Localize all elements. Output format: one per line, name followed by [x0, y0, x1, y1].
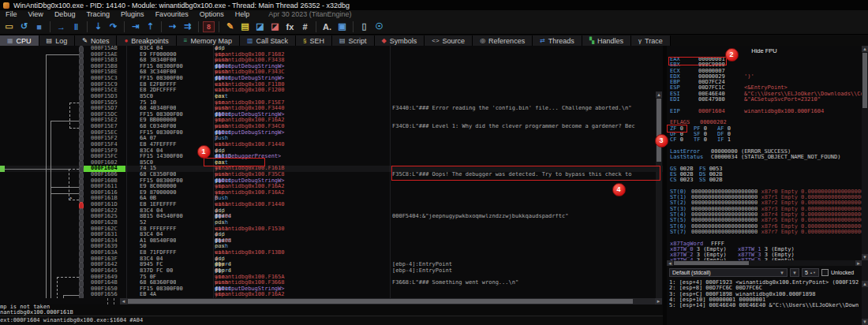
execute-till-return-icon[interactable]: ⇥ — [129, 21, 142, 33]
register-line[interactable]: x87TagWordFFFF — [667, 241, 862, 247]
disasm-row[interactable]: 000F15B368 38340F00push winantidbg0x100.… — [0, 58, 663, 64]
address-cell[interactable]: 000F15BE — [84, 69, 125, 76]
scroll-right-button[interactable]: ► — [655, 298, 662, 304]
address-cell[interactable]: 000F1604 — [84, 166, 125, 172]
tab-threads[interactable]: ⇄Threads — [533, 35, 582, 46]
register-line[interactable]: OF 0SF 0DF 0 — [667, 132, 862, 137]
instruction-cell[interactable]: call dword ptr ds:[<&OutputDebugStringW>… — [215, 178, 388, 185]
address-cell[interactable]: 000F15EC — [84, 130, 125, 136]
disasm-row[interactable]: 000F15D768 40340F00push winantidbg0x100.… — [0, 106, 663, 112]
menu-view[interactable]: View — [23, 10, 49, 19]
hash-icon[interactable]: # — [298, 21, 312, 33]
menu-tracing[interactable]: Tracing — [80, 10, 115, 19]
register-line[interactable]: EBP00D7FC24 — [667, 80, 862, 85]
disasm-horizontal-scrollbar[interactable]: ◄ ► — [0, 298, 663, 304]
disasm-row[interactable]: 000F163950push eax — [0, 244, 663, 250]
disasm-row[interactable]: 000F15C9E8 E2FBFFFFcall winantidbg0x100.… — [0, 82, 663, 88]
address-cell[interactable]: 000F15D5 — [84, 100, 125, 106]
disasm-row[interactable]: 000F15AEE9 FF000000jmp winantidbg0x100.F… — [0, 52, 663, 58]
instruction-cell[interactable]: add esp,4 — [215, 46, 388, 52]
instruction-cell[interactable]: call winantidbg0x100.F1530 — [215, 226, 388, 233]
step-out-icon[interactable]: ⇡ — [144, 21, 157, 33]
disasm-row[interactable]: ▸000F161B6A 0Bpush B — [0, 196, 663, 202]
calculator-icon[interactable]: ▯ — [357, 21, 371, 33]
address-cell[interactable]: 000F1650 — [84, 286, 125, 293]
disasm-row[interactable]: 000F162B52push edx — [0, 220, 663, 226]
address-cell[interactable]: 000F160B — [84, 178, 125, 185]
tab-log[interactable]: ▤Log — [39, 35, 76, 46]
address-cell[interactable]: 000F1602 — [84, 160, 125, 166]
address-cell[interactable]: 000F15AE — [84, 52, 125, 58]
menu-options[interactable]: Options — [194, 10, 230, 19]
instruction-cell[interactable]: add esp,4 — [215, 208, 388, 215]
scroll-thumb[interactable] — [128, 299, 633, 304]
address-cell[interactable]: 000F163A — [84, 250, 125, 256]
menu-debug[interactable]: Debug — [49, 10, 81, 19]
disasm-row[interactable]: 000F162283C4 04add esp,4 — [0, 208, 663, 215]
tab-notes[interactable]: ✎Notes — [75, 35, 117, 46]
address-cell[interactable]: 000F1634 — [84, 238, 125, 245]
address-cell[interactable]: 000F15AB — [84, 46, 125, 52]
instruction-cell[interactable]: push winantidbg0x100.F35C8 — [215, 172, 388, 178]
register-line[interactable]: LastStatusC0000034 (STATUS_OBJECT_NAME_N… — [667, 155, 862, 160]
tab-seh[interactable]: §SEH — [296, 35, 332, 46]
instruction-cell[interactable]: push edx — [215, 220, 388, 226]
register-line[interactable]: ST(6)00000000000000000000 x87r6 Empty 0.… — [667, 224, 862, 230]
disasm-row[interactable]: 000F15ECFF15 08300F00call dword ptr ds:[… — [0, 130, 663, 136]
tab-memory-map[interactable]: ≡Memory Map — [177, 35, 240, 46]
instruction-cell[interactable]: call dword ptr ds:[<&OutputDebugStringW>… — [215, 286, 388, 293]
address-cell[interactable]: 000F163F — [84, 256, 125, 263]
hide-fpu-button[interactable]: Hide FPU — [667, 47, 862, 54]
register-line[interactable]: x87TW_2 3 (Empty)x87TW_3 3 (Empty) — [667, 252, 862, 258]
register-line[interactable]: ST(0)00000000000000000000 x87r0 Empty 0.… — [667, 189, 862, 195]
register-line[interactable]: ST(3)00000000000000000000 x87r3 Empty 0.… — [667, 207, 862, 212]
instruction-cell[interactable]: test eax,eax — [215, 94, 388, 100]
address-cell[interactable]: 000F15D7 — [84, 106, 125, 112]
font-icon[interactable]: A. — [320, 21, 334, 33]
instruction-cell[interactable]: jmp winantidbg0x100.F16A2 — [215, 184, 388, 190]
disasm-row[interactable]: 000F15BE68 3C340F00push winantidbg0x100.… — [0, 69, 663, 76]
tab-trace[interactable]: γTrace — [631, 35, 671, 46]
address-cell[interactable]: 000F1622 — [84, 208, 125, 215]
register-line[interactable]: LastError00000000 (ERROR_SUCCESS) — [667, 149, 862, 155]
instruction-cell[interactable]: jmp winantidbg0x100.F16A2 — [215, 190, 388, 196]
register-line[interactable]: CF 0TF 0IF 1 — [667, 137, 862, 143]
menu-favourites[interactable]: Favourites — [150, 10, 194, 19]
disasm-row[interactable]: 000F162CE8 FFFEFFFFcall winantidbg0x100.… — [0, 226, 663, 233]
disasm-row[interactable]: 000F164B68 68360F00push winantidbg0x100.… — [0, 280, 663, 286]
register-line[interactable]: ST(2)00000000000000000000 x87r2 Empty 0.… — [667, 200, 862, 206]
registers-panel[interactable]: Hide FPU EAX00000001EBX008C9000ECX000000… — [667, 46, 862, 260]
disasm-row[interactable]: 000F15D575 10jne winantidbg0x100.F15E7 — [0, 100, 663, 106]
register-line[interactable]: ESP00D7FC1C<&EntryPoint> — [667, 85, 862, 91]
tab-symbols[interactable]: ◆Symbols — [375, 35, 425, 46]
disasm-row[interactable]: 000F15FCFF15 14300F00call dword ptr ds:[… — [0, 154, 663, 160]
disasm-row[interactable]: 000F15B8FF15 08300F00call dword ptr ds:[… — [0, 64, 663, 70]
instruction-cell[interactable]: push 7 — [215, 136, 388, 142]
instruction-cell[interactable]: push winantidbg0x100.F3440 — [215, 106, 388, 112]
disasm-row[interactable]: 000F1645837D FC 00cmp dword ptr ss:[ebp-… — [0, 268, 663, 275]
scroll-right-button[interactable]: ► — [855, 260, 862, 266]
argument-row[interactable]: 1: [esp+4] 000F1923 <winantidbg0x100.Ent… — [669, 280, 859, 286]
patches-icon[interactable]: 8 — [203, 21, 215, 32]
tab-references[interactable]: ◎References — [473, 35, 533, 46]
address-cell[interactable]: 000F161B — [84, 196, 125, 202]
instruction-cell[interactable]: add esp,4 — [215, 232, 388, 238]
disasm-row[interactable]: 000F15E2E9 BB000000jmp winantidbg0x100.F… — [0, 118, 663, 124]
erase-red-icon[interactable]: ◪ — [268, 21, 282, 33]
address-cell[interactable]: 000F15FC — [84, 154, 125, 160]
address-cell[interactable]: 000F162C — [84, 226, 125, 233]
disasm-row[interactable]: 000F15CEE8 2DFCFFFFcall winantidbg0x100.… — [0, 88, 663, 94]
instruction-cell[interactable]: call dword ptr ds:[<&OutputDebugStringW>… — [215, 76, 388, 82]
address-cell[interactable]: 000F1625 — [84, 214, 125, 220]
mini-select[interactable]: ▼ — [790, 268, 799, 277]
instruction-cell[interactable]: call winantidbg0x100.F11B0 — [215, 82, 388, 88]
register-line[interactable]: ZF 0PF 0AF 0 — [667, 126, 862, 132]
instruction-cell[interactable]: jmp winantidbg0x100.F16A2 — [215, 292, 388, 298]
address-cell[interactable]: 000F164B — [84, 280, 125, 286]
instruction-cell[interactable]: mov edx,dword ptr ds:[F5404] — [215, 214, 388, 220]
scroll-up-button[interactable]: ▲ — [862, 281, 868, 287]
address-cell[interactable]: 000F15B8 — [84, 64, 125, 70]
disasm-row[interactable]: 000F15F4E8 47FEFFFFcall winantidbg0x100.… — [0, 142, 663, 148]
scroll-left-button[interactable]: ◄ — [667, 260, 673, 266]
register-line[interactable]: GS 002BFS 0053 — [667, 166, 862, 172]
